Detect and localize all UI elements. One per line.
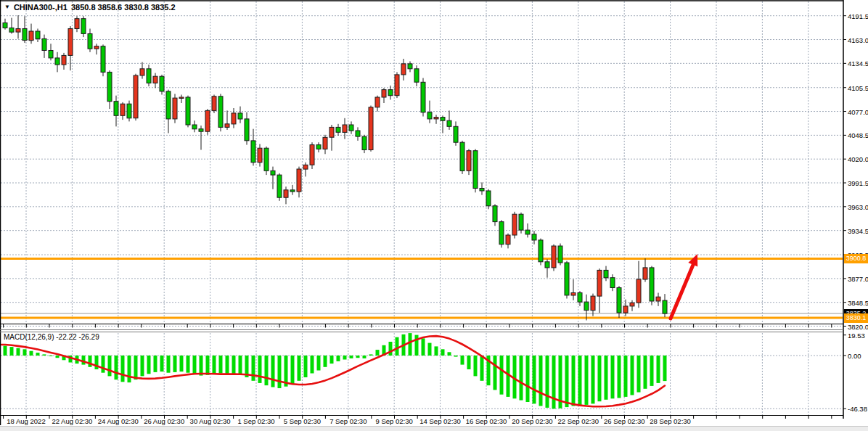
- chart-canvas[interactable]: [0, 0, 868, 431]
- price-axis-label: 4163.0: [848, 36, 868, 44]
- macd-bar: [43, 354, 46, 356]
- candle: [539, 239, 543, 266]
- macd-bar: [173, 356, 177, 372]
- price-axis-label: 3848.5: [848, 298, 868, 306]
- candle: [55, 52, 60, 73]
- macd-bar: [441, 349, 445, 356]
- chart-window: { "window": { "symbol": "CHINA300-,H1", …: [0, 0, 868, 431]
- candle: [552, 245, 556, 271]
- macd-bar: [206, 356, 210, 375]
- macd-bar: [454, 356, 458, 357]
- candle: [94, 44, 99, 54]
- macd-bar: [10, 347, 14, 356]
- macd-bar: [591, 356, 595, 403]
- macd-bar: [239, 356, 242, 375]
- macd-bar: [330, 356, 334, 364]
- candle: [447, 110, 451, 130]
- candle: [460, 141, 464, 174]
- macd-bar: [278, 356, 282, 388]
- candle: [75, 16, 79, 32]
- macd-bar: [17, 348, 20, 356]
- candle: [519, 213, 523, 234]
- macd-bar: [409, 333, 412, 356]
- price-axis-label: 3877.0: [848, 274, 868, 282]
- candle: [153, 73, 157, 89]
- macd-bar: [271, 356, 275, 387]
- candle: [375, 96, 380, 112]
- macd-bar: [350, 356, 353, 358]
- macd-bar: [461, 356, 464, 365]
- macd-axis-label: -46.38: [848, 405, 867, 413]
- time-axis-label: 14 Sep 02:30: [419, 417, 461, 425]
- macd-bar: [376, 350, 380, 356]
- candle: [343, 118, 347, 139]
- candle: [49, 44, 53, 60]
- candle: [408, 62, 412, 73]
- macd-bar: [598, 356, 602, 401]
- candle: [36, 29, 40, 43]
- symbol-dropdown-icon[interactable]: ▼: [4, 4, 10, 11]
- candle: [101, 44, 105, 76]
- macd-bar: [23, 349, 27, 356]
- candle: [62, 53, 66, 70]
- time-axis-label: 9 Sep 02:30: [376, 417, 413, 425]
- macd-bar: [141, 356, 144, 376]
- macd-bar: [618, 356, 621, 398]
- candle: [499, 220, 504, 247]
- macd-histogram: [4, 333, 667, 409]
- candle: [3, 19, 7, 30]
- candle: [232, 108, 236, 128]
- candle: [29, 24, 33, 44]
- candle: [493, 204, 497, 226]
- candle: [166, 90, 171, 134]
- candle: [271, 167, 275, 189]
- candle: [284, 186, 288, 204]
- price-axis-label: 3934.5: [848, 226, 868, 234]
- macd-bar: [637, 356, 641, 393]
- candle: [225, 110, 229, 130]
- candles: [3, 15, 667, 320]
- candle: [512, 212, 517, 239]
- candle: [297, 167, 301, 198]
- candle: [525, 223, 530, 238]
- macd-bar: [644, 356, 647, 389]
- candle: [382, 88, 386, 103]
- macd-bar: [337, 356, 340, 361]
- candle: [480, 182, 484, 194]
- candle: [329, 125, 334, 151]
- candle: [186, 96, 190, 128]
- macd-bar: [82, 356, 86, 365]
- macd-bar: [200, 356, 203, 376]
- macd-bar: [356, 356, 360, 358]
- macd-bar: [265, 356, 269, 385]
- candle: [140, 62, 144, 79]
- time-axis-label: 16 Sep 02:30: [466, 417, 507, 425]
- macd-bar: [167, 356, 171, 373]
- macd-bar: [578, 356, 582, 406]
- macd-bar: [213, 356, 216, 374]
- macd-bar: [193, 356, 197, 374]
- price-axis-label: 4077.0: [848, 107, 868, 115]
- macd-bar: [258, 356, 262, 383]
- macd-bar: [611, 356, 615, 398]
- candle: [173, 94, 177, 123]
- macd-bar: [56, 356, 60, 358]
- time-axis-label: 26 Sep 02:30: [604, 417, 645, 425]
- macd-bar: [154, 356, 157, 372]
- macd-bar: [657, 356, 660, 383]
- macd-bar: [474, 356, 478, 376]
- macd-bar: [343, 356, 347, 360]
- macd-bar: [108, 356, 112, 376]
- candle: [251, 129, 255, 166]
- macd-bar: [631, 356, 634, 395]
- candle: [336, 124, 340, 136]
- macd-bar: [396, 337, 399, 356]
- candle: [290, 185, 295, 195]
- candle: [356, 127, 360, 141]
- price-axis-label: 4105.5: [848, 83, 868, 91]
- support-level-badge: 3830.1: [844, 313, 868, 323]
- candle: [147, 65, 151, 86]
- candle: [532, 231, 536, 245]
- macd-bar: [363, 356, 367, 358]
- candle: [107, 70, 112, 109]
